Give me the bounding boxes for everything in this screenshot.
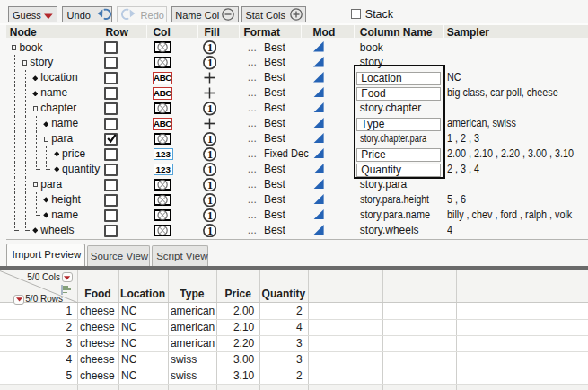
svg-text:1: 1	[207, 41, 213, 54]
svg-text:1: 1	[207, 102, 213, 115]
svg-text:1: 1	[207, 194, 213, 207]
svg-text:1: 1	[207, 225, 213, 237]
svg-text:1: 1	[207, 209, 213, 222]
svg-text:1: 1	[207, 164, 213, 176]
svg-text:1: 1	[207, 179, 213, 191]
svg-text:1: 1	[207, 148, 213, 161]
svg-text:1: 1	[207, 57, 213, 69]
svg-text:1: 1	[207, 133, 213, 146]
